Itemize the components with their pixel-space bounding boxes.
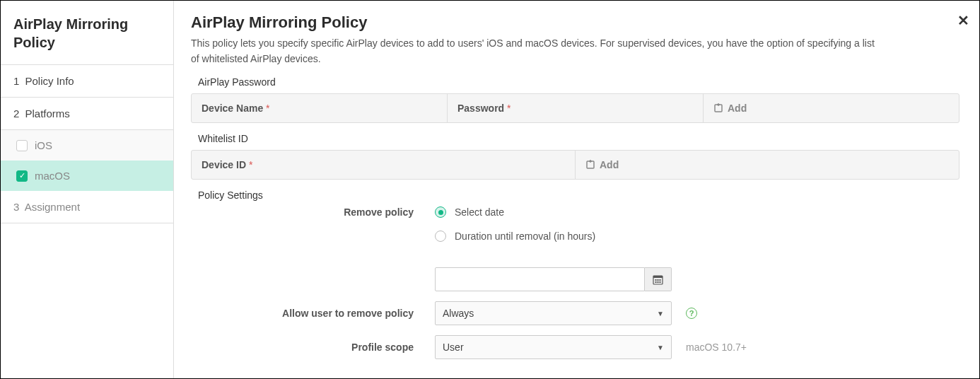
svg-rect-9 [660, 281, 661, 283]
checkbox-macos[interactable]: ✓ [16, 170, 28, 182]
profile-scope-value: User [443, 342, 464, 353]
section-policy-settings: Policy Settings [198, 190, 959, 201]
step-num-2: 2 [13, 107, 19, 119]
checkbox-ios[interactable] [16, 140, 28, 151]
col-device-name: Device Name * [192, 94, 448, 122]
svg-rect-4 [655, 279, 657, 281]
section-airplay-password: AirPlay Password [198, 76, 959, 88]
step-platforms[interactable]: 2 Platforms [1, 98, 173, 130]
radio-duration-label: Duration until removal (in hours) [455, 231, 595, 242]
platform-ios[interactable]: iOS [1, 130, 173, 161]
col-password-label: Password [457, 103, 504, 114]
close-icon[interactable]: ✕ [957, 13, 969, 28]
add-icon [585, 160, 595, 170]
step-label-3: Assignment [25, 201, 80, 213]
radio-select-date[interactable] [435, 206, 446, 218]
required-mark: * [266, 103, 269, 114]
svg-rect-8 [658, 281, 659, 283]
chevron-down-icon: ▼ [657, 310, 664, 317]
col-device-id-label: Device ID [202, 159, 246, 170]
required-mark: * [249, 159, 252, 170]
svg-rect-3 [653, 276, 663, 278]
platform-macos-label: macOS [35, 170, 70, 182]
add-whitelist-button[interactable]: Add [576, 151, 959, 179]
col-device-name-label: Device Name [202, 103, 263, 114]
profile-scope-label: Profile scope [191, 342, 435, 353]
profile-scope-hint: macOS 10.7+ [686, 342, 747, 353]
radio-select-date-label: Select date [455, 206, 504, 218]
required-mark: * [507, 103, 511, 114]
chevron-down-icon: ▼ [657, 344, 664, 351]
svg-rect-6 [660, 279, 661, 281]
add-label: Add [600, 159, 619, 170]
add-icon [713, 103, 723, 113]
sidebar: AirPlay Mirroring Policy 1 Policy Info 2… [1, 1, 174, 378]
platform-macos[interactable]: ✓ macOS [1, 161, 173, 191]
add-label: Add [728, 103, 747, 114]
date-input[interactable] [435, 267, 645, 291]
add-airplay-password-button[interactable]: Add [704, 94, 959, 122]
col-password: Password * [448, 94, 704, 122]
allow-remove-label: Allow user to remove policy [191, 308, 435, 319]
col-device-id: Device ID * [192, 151, 576, 179]
step-label-1: Policy Info [25, 75, 74, 87]
whitelist-table: Device ID * Add [191, 150, 959, 180]
page-description: This policy lets you specify specific Ai… [191, 36, 884, 66]
platform-ios-label: iOS [35, 139, 52, 151]
check-icon: ✓ [19, 171, 25, 180]
help-icon[interactable]: ? [686, 308, 697, 319]
airplay-password-table: Device Name * Password * Add [191, 93, 959, 123]
allow-remove-select[interactable]: Always ▼ [435, 301, 672, 325]
step-label-2: Platforms [25, 107, 70, 119]
section-whitelist: Whitelist ID [198, 133, 959, 144]
step-assignment[interactable]: 3 Assignment [1, 191, 173, 223]
calendar-icon [653, 274, 663, 285]
radio-duration-row[interactable]: Duration until removal (in hours) [435, 231, 672, 242]
step-num-1: 1 [13, 75, 19, 87]
profile-scope-select[interactable]: User ▼ [435, 335, 672, 359]
allow-remove-value: Always [443, 308, 474, 319]
step-policy-info[interactable]: 1 Policy Info [1, 65, 173, 98]
main-panel: ✕ AirPlay Mirroring Policy This policy l… [174, 1, 979, 378]
step-num-3: 3 [13, 201, 19, 213]
radio-select-date-row[interactable]: Select date [435, 206, 672, 218]
svg-rect-5 [658, 279, 659, 281]
page-title: AirPlay Mirroring Policy [191, 13, 959, 32]
sidebar-title: AirPlay Mirroring Policy [1, 1, 173, 65]
svg-rect-7 [655, 281, 657, 283]
radio-duration[interactable] [435, 231, 446, 242]
platform-substeps: iOS ✓ macOS [1, 130, 173, 191]
remove-policy-label: Remove policy [191, 206, 435, 218]
calendar-button[interactable] [645, 267, 672, 291]
